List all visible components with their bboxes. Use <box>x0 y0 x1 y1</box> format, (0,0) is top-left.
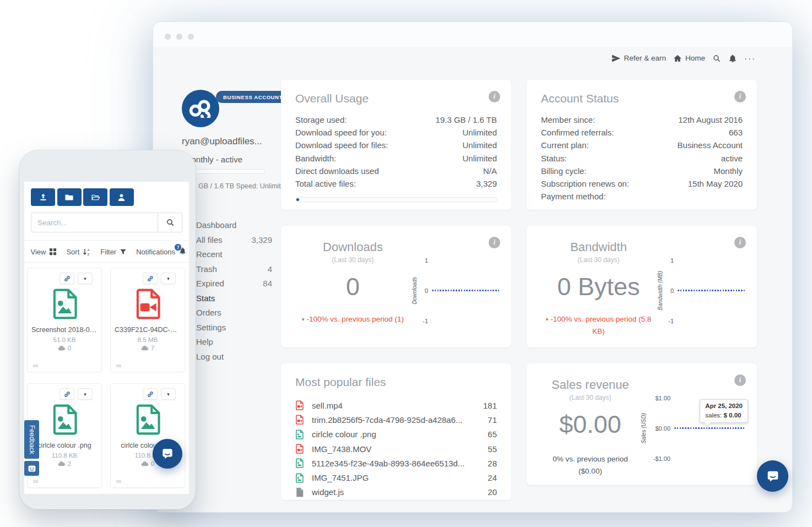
window-controls[interactable] <box>165 34 194 40</box>
overall-usage-card: Overall Usage i Storage used:19.3 GB / 1… <box>281 80 511 210</box>
download-count: 7 <box>151 345 154 351</box>
status-row: Confirmed referrals:663 <box>541 126 743 139</box>
file-card[interactable]: ▾ Screenshot 2018-06-... 51.0 KB 0 ∞ <box>27 268 102 372</box>
window-control-dot[interactable] <box>165 34 171 40</box>
sidebar-item-dashboard[interactable]: Dashboard <box>196 221 272 230</box>
file-menu-button[interactable]: ▾ <box>78 388 93 400</box>
sidebar-item-stats[interactable]: Stats <box>196 294 272 303</box>
sidebar-nav: Dashboard All files3,329 Recent Trash4 E… <box>196 221 272 361</box>
file-menu-button[interactable]: ▾ <box>161 273 176 284</box>
notifications-control[interactable]: Notifications 7 <box>136 247 187 257</box>
popular-file-row[interactable]: trim.2b8256f5-7cda-4798-925d-a428a6... 7… <box>295 412 497 427</box>
chat-launcher-button[interactable] <box>757 460 788 492</box>
copy-link-button[interactable] <box>59 273 74 284</box>
sort-az-icon: AZ <box>83 248 91 256</box>
top-nav: Refer & earn Home ··· <box>611 53 756 63</box>
file-name: Screenshot 2018-06-... <box>28 326 101 334</box>
data-series-line <box>678 290 745 291</box>
file-actions: ▾ <box>111 384 185 400</box>
bell-icon[interactable] <box>728 54 737 63</box>
sidebar-item-trash[interactable]: Trash4 <box>196 265 272 274</box>
row-label: Download speed for files: <box>295 139 388 151</box>
sidebar-item-help[interactable]: Help <box>196 338 272 346</box>
popular-file-row[interactable]: 5112e345-f23e-49ab-8993-864ee6513d... 28 <box>295 456 497 470</box>
sidebar-item-recent[interactable]: Recent <box>196 250 272 259</box>
account-button[interactable] <box>110 188 134 206</box>
search-button[interactable] <box>158 213 182 232</box>
bandwidth-summary: Bandwidth (Last 30 days) 0 Bytes ▾-100% … <box>540 237 657 336</box>
upload-button[interactable] <box>31 188 55 206</box>
caret-down-icon: ▾ <box>84 392 86 397</box>
file-card[interactable]: ▾ C339F21C-94DC-4A... 8.5 MB 7 ∞ <box>110 268 185 372</box>
sales-chart: Sales (USD) $1.00 $0.00 -$1.00 Apr 25, 2… <box>641 382 745 474</box>
chart-plot-area <box>432 257 499 324</box>
file-card[interactable]: ▾ cirlcle colour .png 110.8 KB 0 ∞ <box>110 383 185 488</box>
search-input[interactable] <box>31 213 158 232</box>
refer-earn-link[interactable]: Refer & earn <box>611 54 666 63</box>
filter-label: Filter <box>100 248 116 256</box>
downloads-summary: Downloads (Last 30 days) 0 ▾-100% vs. pr… <box>294 237 412 336</box>
link-icon <box>147 275 154 282</box>
video-file-icon <box>295 444 304 454</box>
row-label: Total active files: <box>295 177 356 190</box>
sort-control[interactable]: Sort AZ <box>66 248 91 256</box>
new-folder-button[interactable] <box>57 188 82 206</box>
tick: -1 <box>420 318 428 324</box>
file-menu-button[interactable]: ▾ <box>78 273 93 284</box>
copy-link-button[interactable] <box>59 388 74 400</box>
image-file-icon <box>295 430 304 439</box>
copy-link-button[interactable] <box>143 388 158 400</box>
bell-wrap: 7 <box>178 247 187 257</box>
file-name: 5112e345-f23e-49ab-8993-864ee6513d... <box>312 459 488 468</box>
copy-link-button[interactable] <box>143 273 158 284</box>
feedback-bot-button[interactable] <box>24 461 39 476</box>
window-control-dot[interactable] <box>176 34 182 40</box>
row-value: active <box>721 152 743 165</box>
view-control[interactable]: View <box>31 248 57 256</box>
info-icon[interactable]: i <box>734 237 746 248</box>
sort-label: Sort <box>66 248 79 256</box>
info-icon[interactable]: i <box>734 374 746 386</box>
sidebar-item-expired[interactable]: Expired84 <box>196 279 272 288</box>
sidebar-item-logout[interactable]: Log out <box>196 352 272 361</box>
status-row: Payment method: <box>541 190 743 203</box>
sales-delta: 0% vs. previous period ($0.00) <box>540 453 641 477</box>
feedback-tab[interactable]: Feedback <box>24 420 39 459</box>
link-icon <box>63 390 71 398</box>
row-value: Unlimited <box>462 152 497 165</box>
file-menu-button[interactable]: ▾ <box>161 388 176 400</box>
file-count: 55 <box>488 444 497 454</box>
nav-label: Orders <box>196 308 221 317</box>
chat-launcher-button[interactable] <box>153 439 182 469</box>
download-count: 0 <box>151 460 154 467</box>
browser-window: Refer & earn Home ··· <box>153 22 792 512</box>
file-downloads: 0 <box>28 345 101 351</box>
popular-file-row[interactable]: IMG_7438.MOV 55 <box>295 442 497 456</box>
sidebar-item-orders[interactable]: Orders <box>196 308 272 317</box>
nav-count: 3,329 <box>251 236 272 245</box>
home-link[interactable]: Home <box>673 54 705 63</box>
chat-bubble-icon <box>765 469 781 484</box>
popular-file-row[interactable]: cirlcle colour .png 65 <box>295 427 497 442</box>
open-folder-button[interactable] <box>83 188 107 206</box>
popular-file-row[interactable]: IMG_7451.JPG 24 <box>295 470 497 485</box>
window-control-dot[interactable] <box>188 34 194 40</box>
video-file-icon <box>134 288 161 320</box>
more-icon[interactable]: ··· <box>744 53 756 63</box>
sidebar-item-all-files[interactable]: All files3,329 <box>196 236 272 245</box>
info-icon[interactable]: i <box>734 91 746 102</box>
tooltip-value: sales: $ 0.00 <box>705 411 743 420</box>
info-icon[interactable]: i <box>489 237 500 248</box>
sales-total: $0.00 <box>540 410 641 439</box>
row-label: Storage used: <box>295 113 347 126</box>
search-icon[interactable] <box>712 54 721 63</box>
filter-control[interactable]: Filter <box>100 248 127 256</box>
popular-file-row[interactable]: sell.mp4 181 <box>295 398 497 412</box>
status-row: Member since:12th August 2016 <box>541 113 743 126</box>
card-title: Account Status <box>541 92 743 105</box>
file-type-icon-wrap <box>111 288 185 320</box>
bandwidth-chart: Bandwidth (MB) 1 0 -1 <box>657 245 745 336</box>
sidebar-item-settings[interactable]: Settings <box>196 323 272 332</box>
info-icon[interactable]: i <box>489 91 500 102</box>
popular-file-row[interactable]: widget.js 20 <box>295 485 497 499</box>
